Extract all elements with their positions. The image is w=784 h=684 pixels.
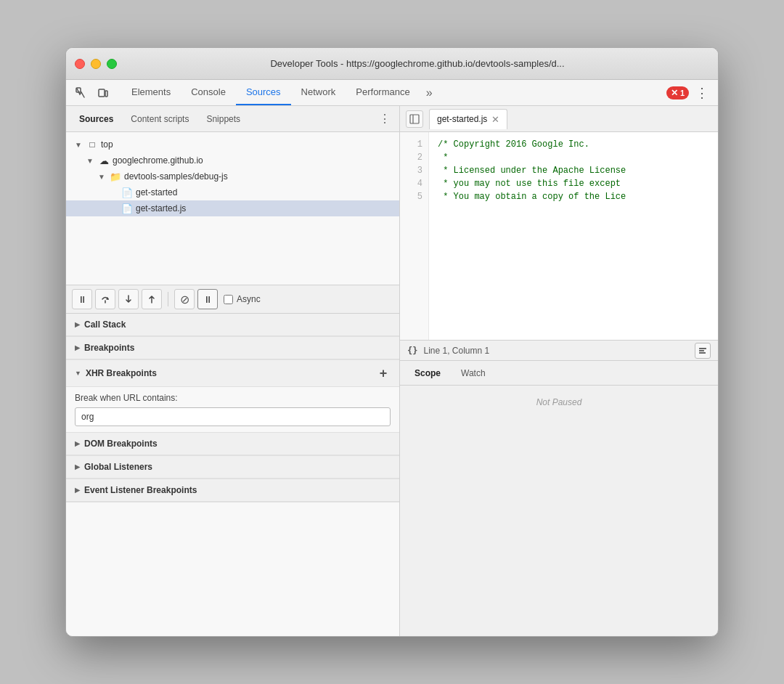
scope-watch-section: Scope Watch Not Paused <box>400 360 718 636</box>
format-toggle[interactable]: {} <box>407 346 417 356</box>
async-label: Async <box>237 294 261 304</box>
dom-breakpoints-label: DOM Breakpoints <box>84 439 158 449</box>
sub-tab-sources[interactable]: Sources <box>72 111 121 127</box>
tree-label: googlechrome.github.io <box>113 155 203 166</box>
close-button[interactable] <box>75 59 85 69</box>
file-tab-get-started-js[interactable]: get-started.js ✕ <box>429 109 507 129</box>
minimize-button[interactable] <box>91 59 101 69</box>
folder-icon: 📁 <box>110 171 121 182</box>
sub-tabs: Sources Content scripts Snippets ⋮ <box>66 106 399 132</box>
line-num-1: 1 <box>400 138 428 151</box>
devtools-window: Developer Tools - https://googlechrome.g… <box>65 47 719 637</box>
dom-breakpoints-header[interactable]: ▶ DOM Breakpoints <box>66 433 399 455</box>
tree-item-devtools-samples[interactable]: ▼ 📁 devtools-samples/debug-js <box>66 168 399 184</box>
event-arrow: ▶ <box>75 486 80 494</box>
deactivate-breakpoints-button[interactable]: ⊘ <box>174 289 195 309</box>
global-listeners-section: ▶ Global Listeners <box>66 456 399 479</box>
format-button[interactable] <box>695 343 711 359</box>
status-bar: {} Line 1, Column 1 <box>400 340 718 360</box>
inspect-element-button[interactable] <box>72 84 91 102</box>
step-over-button[interactable] <box>95 289 115 309</box>
call-stack-header[interactable]: ▶ Call Stack <box>66 314 399 336</box>
tab-network[interactable]: Network <box>291 80 346 105</box>
async-checkbox[interactable] <box>224 295 233 304</box>
pause-button[interactable]: ⏸ <box>72 289 92 309</box>
global-listeners-header[interactable]: ▶ Global Listeners <box>66 456 399 479</box>
call-stack-label: Call Stack <box>84 319 126 330</box>
line-num-3: 3 <box>400 164 428 177</box>
more-tabs-button[interactable]: » <box>420 80 438 105</box>
svg-rect-1 <box>99 89 105 97</box>
file-tab-close-button[interactable]: ✕ <box>491 115 499 124</box>
devtools-menu-button[interactable]: ⋮ <box>692 83 712 103</box>
tab-console[interactable]: Console <box>181 80 236 105</box>
not-paused-text: Not Paused <box>536 397 582 407</box>
device-toolbar-button[interactable] <box>94 84 113 102</box>
event-listener-breakpoints-section: ▶ Event Listener Breakpoints <box>66 479 399 502</box>
step-out-button[interactable] <box>142 289 162 309</box>
async-checkbox-label[interactable]: Async <box>224 294 261 304</box>
svg-rect-9 <box>699 350 704 351</box>
cloud-icon: ☁ <box>98 155 110 166</box>
dom-breakpoints-section: ▶ DOM Breakpoints <box>66 433 399 456</box>
watch-tab[interactable]: Watch <box>452 365 494 382</box>
line-num-5: 5 <box>400 190 428 203</box>
xhr-add-button[interactable]: + <box>376 366 391 380</box>
file-icon: 📄 <box>121 187 133 198</box>
scope-watch-tabs: Scope Watch <box>400 361 718 386</box>
folder-icon: □ <box>86 139 98 150</box>
tree-item-get-started-js[interactable]: ▶ 📄 get-started.js <box>66 200 399 216</box>
tree-item-get-started[interactable]: ▶ 📄 get-started <box>66 184 399 200</box>
svg-rect-2 <box>105 91 107 97</box>
tab-sources[interactable]: Sources <box>236 80 291 105</box>
main-layout: Sources Content scripts Snippets ⋮ ▼ □ t… <box>66 106 718 636</box>
xhr-breakpoints-header[interactable]: ▼ XHR Breakpoints + <box>66 360 399 387</box>
window-title: Developer Tools - https://googlechrome.g… <box>126 58 709 69</box>
tree-item-googlechrome[interactable]: ▼ ☁ googlechrome.github.io <box>66 152 399 168</box>
code-editor[interactable]: 1 2 3 4 5 /* Copyright 2016 Google Inc. … <box>400 132 718 340</box>
tree-item-top[interactable]: ▼ □ top <box>66 137 399 152</box>
xhr-arrow: ▼ <box>75 370 81 377</box>
scope-tab[interactable]: Scope <box>406 365 449 382</box>
breakpoints-arrow: ▶ <box>75 344 80 351</box>
code-content[interactable]: /* Copyright 2016 Google Inc. * * Licens… <box>429 132 718 340</box>
tree-label: devtools-samples/debug-js <box>124 171 228 182</box>
step-into-button[interactable] <box>118 289 139 309</box>
xhr-breakpoints-label: XHR Breakpoints <box>86 368 157 378</box>
event-listener-label: Event Listener Breakpoints <box>84 485 197 495</box>
error-badge[interactable]: ✕ 1 <box>666 86 689 99</box>
svg-rect-6 <box>410 115 419 123</box>
tab-performance[interactable]: Performance <box>346 80 420 105</box>
call-stack-arrow: ▶ <box>75 321 80 328</box>
breakpoints-header[interactable]: ▶ Breakpoints <box>66 337 399 359</box>
debug-divider <box>168 292 168 306</box>
dom-arrow: ▶ <box>75 440 80 447</box>
file-tree: ▼ □ top ▼ ☁ googlechrome.github.io ▼ 📁 d… <box>66 132 399 285</box>
lower-left-panel: ▶ Call Stack ▶ Breakpoints ▼ XHR Breakpo… <box>66 314 399 636</box>
maximize-button[interactable] <box>107 59 117 69</box>
code-section: get-started.js ✕ 1 2 3 4 5 /* C <box>400 106 718 360</box>
call-stack-section: ▶ Call Stack <box>66 314 399 337</box>
sub-tab-more-button[interactable]: ⋮ <box>376 112 393 126</box>
file-tab-label: get-started.js <box>437 114 487 124</box>
toolbar-icons <box>72 84 113 102</box>
js-file-icon: 📄 <box>121 203 133 214</box>
event-listener-header[interactable]: ▶ Event Listener Breakpoints <box>66 479 399 502</box>
scope-content: Not Paused <box>400 386 718 419</box>
sub-tab-content-scripts[interactable]: Content scripts <box>123 111 196 127</box>
sidebar-toggle-button[interactable] <box>406 110 423 128</box>
breakpoints-section: ▶ Breakpoints <box>66 337 399 360</box>
debug-toolbar: ⏸ <box>66 285 399 314</box>
pause-on-exceptions-button[interactable]: ⏸ <box>197 289 218 309</box>
breakpoints-label: Breakpoints <box>84 343 134 353</box>
traffic-lights <box>75 59 117 69</box>
file-tabs-bar: get-started.js ✕ <box>400 106 718 132</box>
tree-arrow: ▼ <box>98 173 107 181</box>
sub-tab-snippets[interactable]: Snippets <box>199 111 248 127</box>
xhr-url-input[interactable] <box>75 407 391 426</box>
svg-rect-10 <box>699 352 706 354</box>
right-inner: get-started.js ✕ 1 2 3 4 5 /* C <box>400 106 718 636</box>
tree-label: get-started.js <box>136 203 186 213</box>
tab-elements[interactable]: Elements <box>121 80 181 105</box>
tree-label: get-started <box>136 187 177 198</box>
